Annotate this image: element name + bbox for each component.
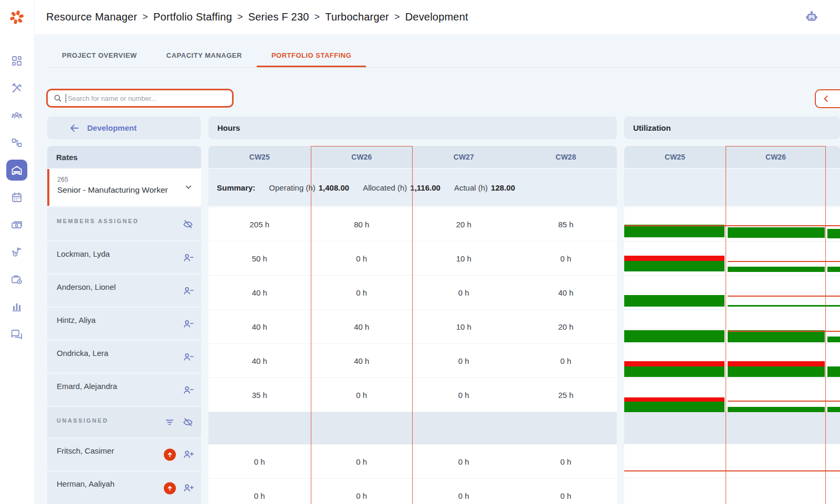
hours-cell[interactable]: 0 h	[413, 276, 515, 309]
tab-capacity-manager[interactable]: CAPACITY MANAGER	[152, 45, 257, 67]
group-title[interactable]: Development	[87, 123, 136, 132]
hours-cell[interactable]: 40 h	[208, 344, 311, 377]
breadcrumb-item[interactable]: Development	[405, 11, 468, 23]
breadcrumb: Resource Manager > Portfolio Staffing > …	[46, 0, 468, 34]
hours-cell[interactable]: 0 h	[413, 344, 515, 377]
hours-cell[interactable]: 40 h	[311, 310, 413, 343]
remove-member-icon[interactable]	[182, 285, 194, 297]
tab-portfolio-staffing[interactable]: PORTFOLIO STAFFING	[257, 45, 366, 67]
sidebar-item-calendar-icon[interactable]	[6, 187, 27, 208]
hours-cell[interactable]: 50 h	[208, 242, 311, 275]
rate-name: Senior - Manufacturing Worker	[57, 185, 168, 195]
hours-cell[interactable]: 85 h	[515, 207, 617, 241]
hours-cell[interactable]: 0 h	[413, 445, 515, 478]
utilization-panel-title: Utilization	[624, 117, 840, 139]
hours-row: 0 h 0 h 0 h 0 h	[208, 444, 617, 478]
utilization-unassigned-spacer	[624, 412, 840, 444]
actual-label: Actual (h)	[454, 183, 488, 192]
hours-cell[interactable]: 0 h	[413, 479, 515, 504]
hours-cell[interactable]: 40 h	[311, 344, 413, 377]
chevron-down-icon[interactable]	[183, 182, 194, 192]
filter-icon[interactable]	[164, 416, 176, 428]
remove-member-icon[interactable]	[182, 351, 194, 363]
operating-label: Operating (h)	[269, 183, 315, 192]
hours-cell[interactable]: 20 h	[515, 310, 617, 343]
hours-cell[interactable]: 20 h	[413, 207, 515, 241]
remove-member-icon[interactable]	[182, 384, 194, 396]
back-arrow-icon[interactable]	[69, 123, 80, 133]
member-row[interactable]: Emard, Alejandra	[47, 373, 201, 406]
member-row[interactable]: Herman, Aaliyah	[47, 470, 201, 504]
search-box[interactable]	[46, 89, 234, 108]
hours-unassigned-spacer	[208, 412, 617, 444]
column-header-cw26: CW26	[311, 146, 413, 168]
sidebar-item-dashboard-icon[interactable]	[6, 50, 27, 71]
hours-cell[interactable]: 25 h	[515, 378, 617, 412]
members-assigned-header-row: MEMBERS ASSIGNED	[47, 207, 201, 240]
sidebar-item-milestone-icon[interactable]	[6, 242, 27, 262]
hours-row: 50 h 0 h 10 h 0 h	[208, 241, 617, 275]
collapse-panel-button[interactable]	[815, 89, 840, 108]
breadcrumb-separator: >	[314, 12, 320, 23]
hours-row: 0 h 0 h 0 h 0 h	[208, 478, 617, 504]
hours-cell[interactable]: 0 h	[515, 479, 617, 504]
member-row[interactable]: Lockman, Lyda	[47, 240, 201, 274]
hours-row: 35 h 0 h 0 h 25 h	[208, 377, 617, 412]
breadcrumb-item[interactable]: Series F 230	[248, 11, 309, 23]
breadcrumb-item[interactable]: Portfolio Staffing	[153, 11, 232, 23]
hide-assigned-icon[interactable]	[182, 218, 194, 230]
hours-cell[interactable]: 40 h	[208, 276, 311, 309]
utilization-row	[624, 478, 840, 504]
priority-up-badge-icon	[164, 482, 176, 494]
hours-cell[interactable]: 0 h	[413, 378, 515, 412]
rate-row[interactable]: 265 Senior - Manufacturing Worker	[47, 169, 201, 206]
utilization-row	[624, 241, 840, 275]
hours-cell[interactable]: 40 h	[208, 310, 311, 343]
hours-cell[interactable]: 40 h	[515, 276, 617, 309]
breadcrumb-item[interactable]: Resource Manager	[46, 11, 137, 23]
rate-number: 265	[57, 176, 68, 183]
hours-cell[interactable]: 10 h	[413, 242, 515, 275]
tab-project-overview[interactable]: PROJECT OVERVIEW	[47, 45, 152, 67]
member-row[interactable]: Fritsch, Casimer	[47, 437, 201, 470]
hours-cell[interactable]: 0 h	[515, 242, 617, 275]
remove-member-icon[interactable]	[182, 252, 194, 264]
rates-header: Rates	[47, 146, 78, 168]
hours-cell[interactable]: 0 h	[311, 378, 413, 412]
search-input[interactable]	[67, 94, 227, 103]
remove-member-icon[interactable]	[182, 318, 194, 330]
hours-cell[interactable]: 0 h	[311, 445, 413, 478]
utilization-row	[624, 309, 840, 343]
sidebar-item-chat-icon[interactable]	[6, 323, 27, 344]
hours-cell[interactable]: 0 h	[515, 344, 617, 377]
hours-cell[interactable]: 205 h	[208, 207, 311, 241]
hours-cell[interactable]: 0 h	[208, 445, 311, 478]
sidebar-item-warehouse-icon[interactable]	[6, 160, 27, 181]
assistant-robot-icon[interactable]	[804, 9, 819, 24]
hours-cell[interactable]: 0 h	[515, 445, 617, 478]
sidebar-item-briefcase-clock-icon[interactable]	[6, 269, 27, 290]
hours-cell[interactable]: 35 h	[208, 378, 311, 412]
hours-cell[interactable]: 0 h	[311, 242, 413, 275]
member-row[interactable]: Hintz, Aliya	[47, 307, 201, 340]
column-header-cw26: CW26	[726, 146, 826, 168]
hide-unassigned-icon[interactable]	[182, 416, 194, 428]
sidebar-item-cash-icon[interactable]	[6, 214, 27, 235]
sidebar-item-tools-icon[interactable]	[6, 78, 27, 99]
hours-cell[interactable]: 10 h	[413, 310, 515, 343]
hours-cell[interactable]: 0 h	[208, 479, 311, 504]
member-row[interactable]: Ondricka, Lera	[47, 340, 201, 373]
utilization-row	[624, 275, 840, 309]
member-row[interactable]: Anderson, Lionel	[47, 274, 201, 307]
hours-panel-title: Hours	[208, 117, 617, 139]
hours-cell[interactable]: 0 h	[311, 276, 413, 309]
add-member-icon[interactable]	[182, 449, 194, 460]
hours-cell[interactable]: 80 h	[311, 207, 413, 241]
hours-cell[interactable]: 0 h	[311, 479, 413, 504]
sidebar-item-hierarchy-icon[interactable]	[6, 132, 27, 153]
sidebar-item-bar-chart-icon[interactable]	[6, 296, 27, 317]
sidebar-item-team-icon[interactable]	[6, 105, 27, 126]
app-logo[interactable]	[7, 7, 27, 27]
add-member-icon[interactable]	[182, 482, 194, 494]
breadcrumb-item[interactable]: Turbocharger	[325, 11, 389, 23]
